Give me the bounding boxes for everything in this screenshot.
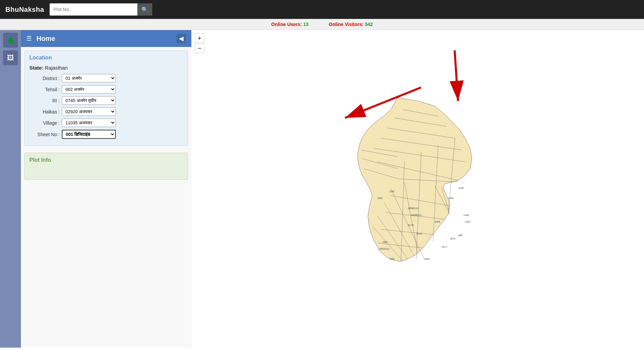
state-line: State: Rajasthan	[29, 65, 183, 71]
app-header: BhuNaksha 🔍	[0, 0, 644, 19]
sheet-no-label: Sheet No :	[29, 132, 60, 137]
map-container: .map-fill { fill: #f5e6b8; stroke: #555;…	[191, 30, 644, 348]
svg-text:2470: 2470	[450, 238, 455, 240]
tehsil-row: Tehsil : 002 अजमेर	[29, 85, 183, 94]
search-input[interactable]	[50, 3, 137, 16]
district-select[interactable]: 01 अजमेर	[62, 74, 116, 82]
halkas-label: Halkas :	[29, 109, 60, 115]
tehsil-label: Tehsil :	[29, 87, 60, 92]
svg-text:808: 808	[458, 234, 462, 236]
svg-text:1047: 1047	[465, 221, 471, 223]
svg-text:20.75: 20.75	[408, 224, 414, 226]
svg-text:2226: 2226	[435, 221, 440, 223]
panel-header-left: ☰ Home	[26, 35, 55, 43]
panel-title: Home	[36, 35, 55, 43]
image-icon-button[interactable]: 🖼	[3, 50, 18, 65]
online-users-label: Online Users:	[271, 22, 302, 27]
panel-header: ☰ Home ◀	[21, 30, 191, 47]
panel-collapse-button[interactable]: ◀	[177, 34, 186, 43]
svg-line-46	[455, 50, 458, 101]
ri-select[interactable]: 0745 अजमेर तृतीय	[62, 96, 116, 105]
svg-text:7477: 7477	[441, 246, 447, 248]
halkas-select[interactable]: 02920 अजयसर	[62, 107, 116, 116]
online-users-group: Online Users: 13	[271, 22, 309, 27]
location-section: Location State: Rajasthan District : 01 …	[24, 50, 188, 146]
tree-icon-button[interactable]: 🌲	[3, 33, 18, 48]
online-visitors-group: Online Visitors: 542	[329, 22, 373, 27]
svg-text:1130: 1130	[458, 187, 464, 189]
svg-text:1180: 1180	[448, 197, 454, 199]
hamburger-button[interactable]: ☰	[26, 35, 32, 42]
svg-text:20000111: 20000111	[411, 214, 422, 216]
svg-text:1942: 1942	[377, 197, 383, 199]
location-header: Location	[29, 55, 183, 61]
state-value: Rajasthan	[45, 65, 68, 71]
sheet-no-select[interactable]: 001 डिजिटाइंड	[62, 130, 116, 139]
district-label: District :	[29, 76, 60, 81]
svg-text:29.16: 29.16	[416, 232, 422, 235]
search-button[interactable]: 🔍	[137, 3, 152, 16]
plot-info-header: Plot Info	[29, 157, 183, 163]
tehsil-select[interactable]: 002 अजमेर	[62, 85, 116, 94]
left-panel: ☰ Home ◀ Location State: Rajasthan Distr…	[21, 30, 191, 348]
svg-text:1401: 1401	[425, 258, 430, 260]
image-icon: 🖼	[7, 54, 14, 62]
state-label: State:	[29, 65, 44, 71]
icon-sidebar: 🌲 🖼	[0, 30, 21, 348]
online-visitors-label: Online Visitors:	[329, 22, 364, 27]
online-users-value: 13	[303, 22, 308, 27]
zoom-out-button[interactable]: −	[195, 44, 204, 53]
tree-icon: 🌲	[6, 36, 15, 44]
svg-text:1148: 1148	[463, 214, 469, 216]
village-label: Village :	[29, 120, 60, 126]
svg-text:1942: 1942	[382, 241, 388, 243]
online-visitors-value: 542	[365, 22, 373, 27]
zoom-in-button[interactable]: +	[195, 33, 204, 43]
ri-row: RI : 0745 अजमेर तृतीय	[29, 96, 183, 105]
svg-text:1000: 1000	[389, 258, 395, 260]
plot-info-section: Plot Info	[24, 153, 188, 180]
status-bar: Online Users: 13 Online Visitors: 542	[0, 19, 644, 30]
halkas-row: Halkas : 02920 अजयसर	[29, 107, 183, 116]
svg-text:20000111: 20000111	[408, 207, 418, 209]
app-title: BhuNaksha	[5, 6, 44, 14]
village-select[interactable]: 11035 अजयसर	[62, 119, 116, 127]
sheet-no-row: Sheet No : 001 डिजिटाइंड	[29, 130, 183, 139]
svg-text:19423111: 19423111	[379, 248, 390, 250]
svg-text:1242: 1242	[389, 190, 395, 193]
search-icon: 🔍	[141, 6, 148, 13]
map-svg: .map-fill { fill: #f5e6b8; stroke: #555;…	[330, 94, 506, 283]
district-row: District : 01 अजमेर	[29, 74, 183, 82]
map-area[interactable]: + − .map-fill { fill: #f5e6b8; stroke: #…	[191, 30, 644, 348]
zoom-controls: + −	[195, 33, 204, 53]
search-bar: 🔍	[50, 3, 152, 16]
village-row: Village : 11035 अजयसर	[29, 119, 183, 127]
main-layout: 🌲 🖼 ☰ Home ◀ Location State: Rajasthan D…	[0, 30, 644, 348]
ri-label: RI :	[29, 98, 60, 103]
